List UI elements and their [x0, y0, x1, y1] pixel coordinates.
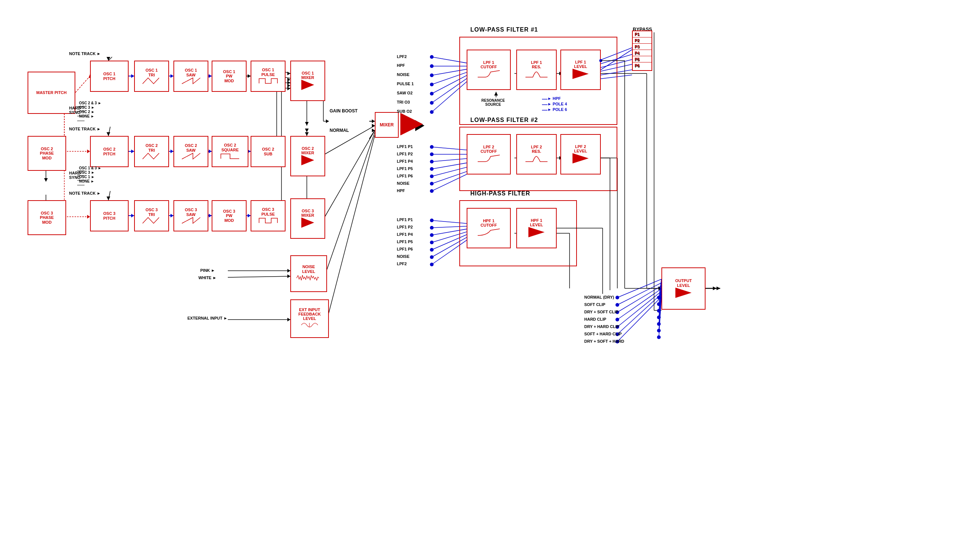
gain-boost-label: GAIN BOOST [329, 108, 358, 113]
svg-line-48 [325, 132, 375, 275]
hpf1-level-block[interactable]: HPF 1LEVEL [516, 208, 557, 248]
svg-point-210 [657, 322, 661, 326]
svg-marker-46 [372, 124, 375, 127]
hard-sync-2-title: HARDSYNC [69, 171, 81, 179]
osc1-pwmod-block[interactable]: OSC 1PWMOD [212, 60, 247, 92]
osc2-sub-block[interactable]: OSC 2SUB [251, 136, 285, 167]
osc1-pulse-block[interactable]: OSC 1PULSE [251, 60, 285, 92]
noise-level-block[interactable]: NOISELEVEL [290, 255, 327, 292]
osc3-saw-block[interactable]: OSC 3SAW [173, 200, 208, 232]
pole6-label: ► POLE 6 [547, 107, 567, 112]
svg-marker-195 [716, 286, 720, 290]
lpf2-res-block[interactable]: LPF 2RES. [516, 134, 557, 175]
svg-marker-182 [301, 80, 314, 90]
osc2-mixer-triangle-icon [299, 155, 316, 166]
osc3-pwmod-label: OSC 3PWMOD [223, 209, 235, 222]
lpf1-cutoff-label: LPF 1CUTOFF [480, 60, 497, 69]
hpf1-level-triangle-icon [527, 227, 546, 238]
trio3-input-label: TRI O3 [397, 100, 410, 104]
svg-point-207 [657, 302, 661, 306]
osc2-tri-block[interactable]: OSC 2TRI [134, 136, 169, 167]
svg-point-212 [657, 335, 661, 339]
osc3-tri-label: OSC 3TRI [145, 208, 158, 216]
lpf1-p1-hpf-label: LPF1 P1 [397, 218, 413, 222]
osc1-saw-block[interactable]: OSC 1SAW [173, 60, 208, 92]
osc3-mixer-block[interactable]: OSC 3MIXER [290, 198, 325, 239]
svg-point-86 [430, 92, 434, 95]
lpf1-cutoff-block[interactable]: LPF 1CUTOFF [467, 49, 511, 90]
svg-marker-183 [301, 155, 314, 165]
lpf1-cutoff-curve-icon [476, 69, 501, 79]
svg-line-149 [108, 191, 110, 200]
osc3-phasemod-block[interactable]: OSC 3PHASEMOD [27, 200, 66, 235]
normal-dry-label: NORMAL (DRY) [584, 295, 614, 299]
lpf1-res-block[interactable]: LPF 1RES. [516, 49, 557, 90]
osc2-saw-label: OSC 2SAW [185, 143, 197, 152]
lpf2-level-triangle-icon [571, 153, 590, 164]
note-track-3-label: NOTE TRACK ► [69, 191, 101, 195]
lpf2-cutoff-block[interactable]: LPF 2CUTOFF [467, 134, 511, 175]
svg-line-141 [617, 291, 662, 327]
lpf1-p5-hpf-label: LPF1 P5 [397, 240, 413, 244]
svg-point-118 [430, 263, 434, 266]
osc3-tri-block[interactable]: OSC 3TRI [134, 200, 169, 232]
osc2-pitch-block[interactable]: OSC 2PITCH [90, 136, 129, 167]
mixer-block[interactable]: MIXER [375, 112, 399, 138]
osc1-tri-block[interactable]: OSC 1TRI [134, 60, 169, 92]
svg-line-135 [617, 283, 662, 305]
svg-point-80 [430, 64, 434, 68]
svg-marker-150 [107, 197, 110, 200]
output-level-block[interactable]: OUTPUTLEVEL [662, 267, 705, 310]
svg-marker-40 [44, 178, 48, 182]
osc2-phasemod-label: OSC 2PHASEMOD [40, 146, 54, 160]
svg-point-206 [657, 296, 661, 299]
svg-point-140 [616, 318, 619, 321]
sawo2-input-label: SAW O2 [397, 91, 413, 95]
svg-point-116 [430, 255, 434, 259]
osc2-mixer-block[interactable]: OSC 2MIXER [290, 136, 325, 176]
ext-feedback-block[interactable]: EXT INPUTFEEDBACKLEVEL [290, 299, 329, 338]
output-level-label: OUTPUTLEVEL [675, 278, 692, 287]
svg-line-49 [327, 135, 375, 319]
master-pitch-block[interactable]: MASTER PITCH [27, 71, 75, 114]
lpf1-p2-hpf-label: LPF1 P2 [397, 225, 413, 229]
lpf1-level-block[interactable]: LPF 1LEVEL [560, 49, 601, 90]
mixer-label: MIXER [380, 122, 393, 127]
osc2-pitch-label: OSC 2PITCH [103, 147, 115, 156]
hard-sync-1-label: OSC 2 & 3 ► OSC 3 ► OSC 2 ► NONE ► [79, 101, 102, 119]
svg-marker-174 [287, 269, 290, 273]
dry-soft-hard-label: DRY + SOFT + HARD [584, 339, 624, 343]
lpf2-cutoff-curve-icon [476, 154, 501, 164]
noise-input-label: NOISE [397, 72, 409, 77]
svg-line-133 [617, 279, 662, 297]
lpf2-input-label: LPF2 [397, 54, 407, 59]
osc3-pulse-block[interactable]: OSC 3PULSE [251, 200, 285, 232]
svg-marker-186 [401, 113, 423, 135]
osc1-mixer-block[interactable]: OSC 1MIXER [290, 60, 325, 101]
lpf2-level-block[interactable]: LPF 2LEVEL [560, 134, 601, 175]
osc2-mixer-label: OSC 2MIXER [301, 146, 314, 155]
gain-amplifier-block [399, 113, 425, 137]
osc1-pitch-block[interactable]: OSC 1PITCH [90, 60, 129, 92]
osc2-square-block[interactable]: OSC 2SQUARE [212, 136, 248, 167]
svg-marker-9 [209, 74, 212, 78]
osc3-pwmod-block[interactable]: OSC 3PWMOD [212, 200, 247, 232]
svg-marker-148 [107, 132, 110, 136]
svg-marker-178 [287, 318, 290, 321]
hpf1-cutoff-label: HPF 1CUTOFF [480, 219, 497, 227]
hpf1-cutoff-block[interactable]: HPF 1CUTOFF [467, 208, 511, 248]
osc2-saw-block[interactable]: OSC 2SAW [173, 136, 208, 167]
osc3-pitch-block[interactable]: OSC 3PITCH [90, 200, 129, 232]
feedback-wave-icon [299, 321, 320, 330]
osc1-pitch-label: OSC 1PITCH [103, 71, 115, 81]
output-triangle-icon [674, 287, 693, 299]
svg-line-2 [108, 57, 112, 60]
master-pitch-label: MASTER PITCH [37, 91, 67, 95]
lpf2-cutoff-label: LPF 2CUTOFF [480, 145, 497, 154]
osc3-pitch-label: OSC 3PITCH [103, 211, 115, 220]
pole4-label: ► POLE 4 [547, 102, 567, 106]
lpf1-p5-label: LPF1 P5 [397, 167, 413, 171]
osc2-phasemod-block[interactable]: OSC 2PHASEMOD [27, 136, 66, 171]
svg-point-104 [430, 189, 434, 193]
osc3-tri-wave-icon [141, 217, 163, 224]
